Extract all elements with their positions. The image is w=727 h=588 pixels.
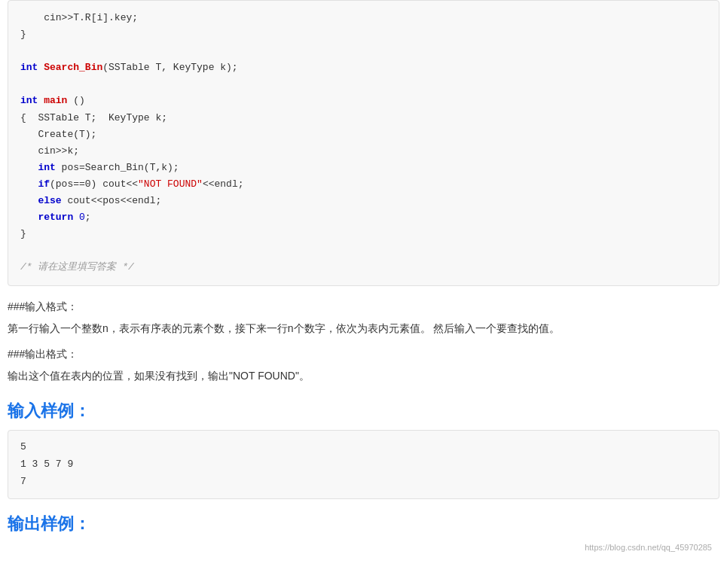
- sample-input-block: 5 1 3 5 7 9 7: [8, 430, 719, 499]
- code-block: cin>>T.R[i].key; } int Search_Bin(SSTabl…: [8, 0, 719, 286]
- watermark: https://blog.csdn.net/qq_45970285: [8, 543, 719, 552]
- code-line: Create(T);: [20, 126, 707, 143]
- input-format-desc: 第一行输入一个整数n，表示有序表的元素个数，接下来一行n个数字，依次为表内元素值…: [8, 319, 719, 338]
- output-format-desc: 输出这个值在表内的位置，如果没有找到，输出"NOT FOUND"。: [8, 367, 719, 385]
- code-line: [20, 43, 707, 59]
- code-line: { SSTable T; KeyType k;: [20, 110, 707, 126]
- code-line: int pos=Search_Bin(T,k);: [20, 160, 707, 176]
- output-sample-heading: 输出样例：: [8, 513, 719, 535]
- code-line: int Search_Bin(SSTable T, KeyType k);: [20, 59, 707, 76]
- code-line: return 0;: [20, 209, 707, 226]
- code-line: [20, 242, 707, 259]
- sample-line-3: 7: [20, 473, 707, 490]
- sample-line-1: 5: [20, 438, 707, 455]
- code-line: cin>>k;: [20, 143, 707, 160]
- input-format-heading: ###输入格式：: [8, 298, 719, 315]
- code-line: if(pos==0) cout<<"NOT FOUND"<<endl;: [20, 176, 707, 193]
- sample-line-2: 1 3 5 7 9: [20, 455, 707, 473]
- code-line: int main (): [20, 93, 707, 109]
- output-format-heading: ###输出格式：: [8, 346, 719, 362]
- code-line: }: [20, 226, 707, 242]
- code-line: else cout<<pos<<endl;: [20, 193, 707, 209]
- code-line: [20, 76, 707, 93]
- code-line: cin>>T.R[i].key;: [20, 10, 707, 26]
- code-line: }: [20, 26, 707, 43]
- input-sample-heading: 输入样例：: [8, 400, 719, 422]
- code-line: /* 请在这里填写答案 */: [20, 259, 707, 276]
- page-container: cin>>T.R[i].key; } int Search_Bin(SSTabl…: [0, 0, 727, 567]
